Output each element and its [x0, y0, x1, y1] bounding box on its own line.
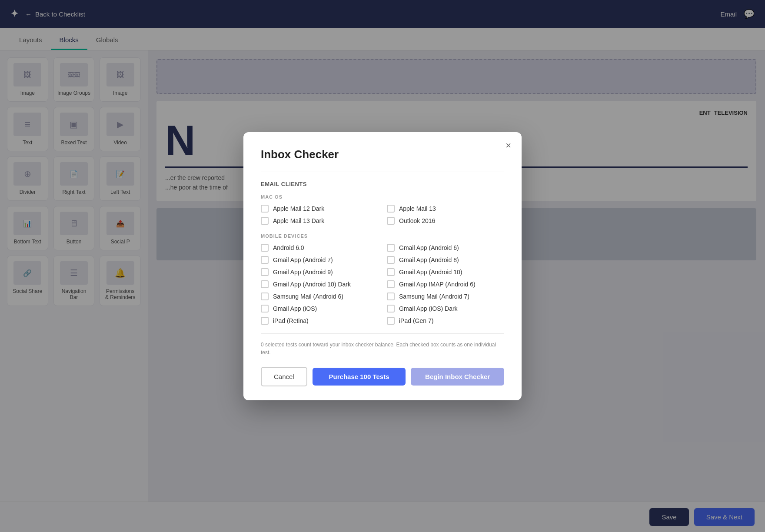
checkbox-gmail-ios-label: Gmail App (iOS)	[273, 305, 317, 312]
checkbox-apple-mail-13[interactable]: Apple Mail 13	[387, 205, 504, 213]
checkbox-gmail-android-10-dark-label: Gmail App (Android 10) Dark	[273, 281, 351, 288]
checkbox-gmail-ios-dark-box[interactable]	[387, 305, 395, 313]
checkbox-samsung-android-6-label: Samsung Mail (Android 6)	[273, 293, 343, 300]
checkbox-apple-mail-13-label: Apple Mail 13	[399, 205, 436, 212]
checkbox-gmail-android-6[interactable]: Gmail App (Android 6)	[387, 244, 504, 252]
checkbox-gmail-imap-android-6[interactable]: Gmail App IMAP (Android 6)	[387, 280, 504, 288]
checkbox-android-6-label: Android 6.0	[273, 244, 304, 251]
checkbox-gmail-ios-dark-label: Gmail App (iOS) Dark	[399, 305, 458, 312]
modal-section-title: Email Clients	[261, 181, 504, 187]
checkbox-ipad-gen7-label: iPad (Gen 7)	[399, 317, 433, 324]
checkbox-gmail-android-8-box[interactable]	[387, 256, 395, 264]
checkbox-gmail-ios-box[interactable]	[261, 305, 269, 313]
checkbox-gmail-android-8-label: Gmail App (Android 8)	[399, 256, 459, 263]
checkbox-samsung-android-6[interactable]: Samsung Mail (Android 6)	[261, 293, 378, 300]
checkbox-android-6-box[interactable]	[261, 244, 269, 252]
modal-footer-note: 0 selected tests count toward your inbox…	[261, 333, 504, 356]
modal-title: Inbox Checker	[261, 148, 504, 161]
modal-close-button[interactable]: ×	[506, 141, 511, 150]
checkbox-apple-mail-13-dark-label: Apple Mail 13 Dark	[273, 217, 324, 224]
cancel-button[interactable]: Cancel	[261, 367, 307, 386]
checkbox-ipad-gen7-box[interactable]	[387, 317, 395, 325]
checkbox-gmail-android-6-box[interactable]	[387, 244, 395, 252]
checkbox-samsung-android-7[interactable]: Samsung Mail (Android 7)	[387, 293, 504, 300]
checkbox-gmail-android-10-box[interactable]	[387, 268, 395, 276]
checkbox-gmail-android-10-dark[interactable]: Gmail App (Android 10) Dark	[261, 280, 378, 288]
checkbox-gmail-ios[interactable]: Gmail App (iOS)	[261, 305, 378, 313]
modal-overlay: × Inbox Checker Email Clients MAC OS App…	[0, 0, 765, 532]
begin-inbox-checker-button[interactable]: Begin Inbox Checker	[411, 368, 504, 386]
checkbox-gmail-android-9[interactable]: Gmail App (Android 9)	[261, 268, 378, 276]
checkbox-gmail-android-9-box[interactable]	[261, 268, 269, 276]
mobile-category: MOBILE DEVICES	[261, 233, 504, 239]
checkbox-ipad-retina[interactable]: iPad (Retina)	[261, 317, 378, 325]
checkbox-apple-mail-13-box[interactable]	[387, 205, 395, 213]
mobile-checkboxes: Android 6.0 Gmail App (Android 6) Gmail …	[261, 244, 504, 325]
checkbox-gmail-android-10-dark-box[interactable]	[261, 280, 269, 288]
checkbox-apple-mail-13-dark-box[interactable]	[261, 217, 269, 225]
checkbox-gmail-android-10-label: Gmail App (Android 10)	[399, 269, 462, 276]
checkbox-gmail-imap-android-6-label: Gmail App IMAP (Android 6)	[399, 281, 476, 288]
purchase-button[interactable]: Purchase 100 Tests	[313, 368, 406, 386]
checkbox-gmail-android-10[interactable]: Gmail App (Android 10)	[387, 268, 504, 276]
inbox-checker-modal: × Inbox Checker Email Clients MAC OS App…	[243, 132, 522, 400]
checkbox-gmail-android-7-label: Gmail App (Android 7)	[273, 256, 333, 263]
mac-os-checkboxes: Apple Mail 12 Dark Apple Mail 13 Apple M…	[261, 205, 504, 225]
checkbox-android-6[interactable]: Android 6.0	[261, 244, 378, 252]
checkbox-outlook-2016-label: Outlook 2016	[399, 217, 435, 224]
checkbox-samsung-android-6-box[interactable]	[261, 293, 269, 300]
modal-divider	[261, 172, 504, 172]
checkbox-apple-mail-12-dark-label: Apple Mail 12 Dark	[273, 205, 324, 212]
checkbox-gmail-imap-android-6-box[interactable]	[387, 280, 395, 288]
checkbox-gmail-android-9-label: Gmail App (Android 9)	[273, 269, 333, 276]
checkbox-gmail-android-7-box[interactable]	[261, 256, 269, 264]
checkbox-ipad-retina-label: iPad (Retina)	[273, 317, 309, 324]
checkbox-samsung-android-7-box[interactable]	[387, 293, 395, 300]
checkbox-apple-mail-12-dark[interactable]: Apple Mail 12 Dark	[261, 205, 378, 213]
checkbox-ipad-retina-box[interactable]	[261, 317, 269, 325]
checkbox-gmail-android-7[interactable]: Gmail App (Android 7)	[261, 256, 378, 264]
checkbox-samsung-android-7-label: Samsung Mail (Android 7)	[399, 293, 469, 300]
modal-actions: Cancel Purchase 100 Tests Begin Inbox Ch…	[261, 367, 504, 386]
checkbox-gmail-android-6-label: Gmail App (Android 6)	[399, 244, 459, 251]
checkbox-apple-mail-12-dark-box[interactable]	[261, 205, 269, 213]
mac-os-category: MAC OS	[261, 194, 504, 200]
checkbox-outlook-2016-box[interactable]	[387, 217, 395, 225]
checkbox-outlook-2016[interactable]: Outlook 2016	[387, 217, 504, 225]
checkbox-apple-mail-13-dark[interactable]: Apple Mail 13 Dark	[261, 217, 378, 225]
checkbox-ipad-gen7[interactable]: iPad (Gen 7)	[387, 317, 504, 325]
checkbox-gmail-android-8[interactable]: Gmail App (Android 8)	[387, 256, 504, 264]
checkbox-gmail-ios-dark[interactable]: Gmail App (iOS) Dark	[387, 305, 504, 313]
